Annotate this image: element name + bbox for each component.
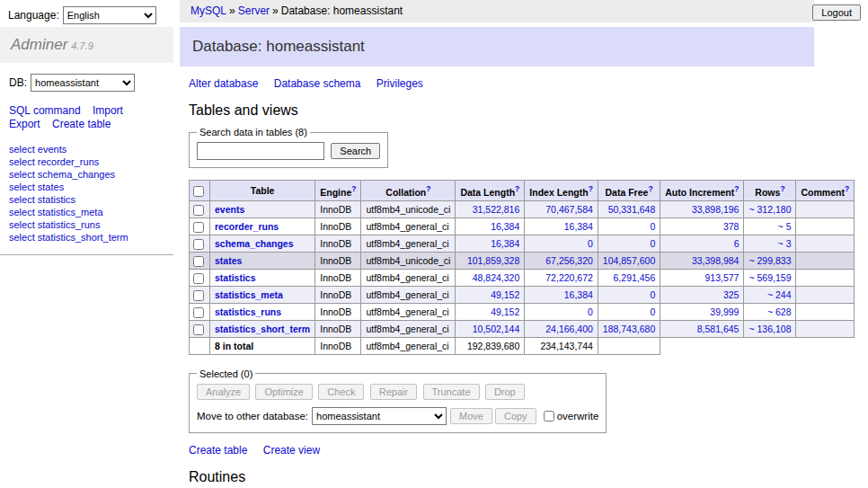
- help-link[interactable]: ?: [426, 184, 430, 193]
- search-button[interactable]: Search: [331, 143, 380, 159]
- database-schema-link[interactable]: Database schema: [274, 77, 361, 90]
- alter-database-link[interactable]: Alter database: [189, 77, 258, 90]
- data-length-link[interactable]: 16,384: [491, 238, 519, 249]
- table-name-link[interactable]: events: [215, 204, 244, 215]
- breadcrumb-server-link[interactable]: Server: [238, 4, 270, 17]
- help-link[interactable]: ?: [589, 184, 593, 193]
- row-checkbox[interactable]: [193, 205, 204, 216]
- index-length-link[interactable]: 24,166,400: [545, 324, 593, 334]
- data-length-link[interactable]: 101,859,328: [467, 255, 519, 266]
- index-length-link[interactable]: 16,384: [564, 221, 593, 232]
- help-link[interactable]: ?: [780, 184, 784, 193]
- index-length-link[interactable]: 67,256,320: [545, 255, 593, 266]
- help-link[interactable]: ?: [515, 184, 519, 193]
- table-name-link[interactable]: schema_changes: [215, 238, 294, 249]
- data-length-link[interactable]: 49,152: [491, 306, 519, 317]
- help-link[interactable]: ?: [845, 184, 849, 193]
- auto-increment-link[interactable]: 39,999: [710, 306, 739, 317]
- table-name-link[interactable]: statistics: [215, 272, 256, 283]
- truncate-button[interactable]: Truncate: [423, 384, 480, 400]
- optimize-button[interactable]: Optimize: [255, 384, 312, 400]
- row-checkbox[interactable]: [193, 307, 204, 318]
- row-checkbox[interactable]: [193, 222, 204, 233]
- rows-count-link[interactable]: ~ 628: [767, 306, 792, 317]
- sidebar-table-link-events[interactable]: select events: [9, 144, 66, 155]
- drop-button[interactable]: Drop: [485, 384, 525, 400]
- list-item: select schema_changes: [9, 169, 164, 181]
- index-length-link[interactable]: 72,220,672: [545, 272, 593, 283]
- breadcrumb-mysql-link[interactable]: MySQL: [190, 4, 226, 17]
- table-name-link[interactable]: states: [215, 255, 242, 266]
- data-length-link[interactable]: 48,824,320: [473, 272, 520, 283]
- data-length-link[interactable]: 16,384: [491, 221, 519, 232]
- sidebar-link-sql-command[interactable]: SQL command: [9, 104, 81, 117]
- rows-count-link[interactable]: ~ 3: [778, 238, 792, 249]
- rows-count-link[interactable]: ~ 136,108: [748, 324, 791, 334]
- table-name-link[interactable]: statistics_meta: [215, 289, 283, 300]
- sidebar-table-link-states[interactable]: select states: [9, 182, 64, 192]
- move-db-select[interactable]: homeassistant: [312, 407, 447, 425]
- copy-button[interactable]: Copy: [495, 408, 536, 424]
- sidebar-table-link-recorder-runs[interactable]: select recorder_runs: [9, 156, 99, 167]
- rows-count-link[interactable]: ~ 244: [767, 289, 792, 300]
- privileges-link[interactable]: Privileges: [376, 77, 423, 90]
- auto-increment-link[interactable]: 8,581,645: [697, 324, 740, 334]
- help-link[interactable]: ?: [351, 184, 356, 193]
- repair-button[interactable]: Repair: [370, 384, 417, 400]
- row-checkbox[interactable]: [193, 273, 204, 284]
- row-checkbox[interactable]: [193, 239, 204, 250]
- table-name-link[interactable]: recorder_runs: [215, 221, 279, 232]
- data-free-link[interactable]: 0: [650, 238, 655, 249]
- check-button[interactable]: Check: [318, 384, 364, 400]
- data-length-link[interactable]: 10,502,144: [473, 324, 520, 334]
- auto-increment-link[interactable]: 913,577: [705, 272, 740, 283]
- data-free-link[interactable]: 104,857,600: [603, 255, 655, 266]
- index-length-link[interactable]: 0: [588, 306, 593, 317]
- db-select[interactable]: homeassistant: [31, 74, 135, 92]
- overwrite-checkbox[interactable]: [544, 411, 554, 421]
- auto-increment-link[interactable]: 6: [734, 238, 740, 249]
- auto-increment-link[interactable]: 33,398,984: [692, 255, 740, 266]
- rows-count-link[interactable]: ~ 569,159: [748, 272, 791, 283]
- sidebar-link-create-table[interactable]: Create table: [52, 118, 111, 130]
- auto-increment-link[interactable]: 33,898,196: [692, 204, 740, 215]
- data-free-link[interactable]: 188,743,680: [603, 324, 655, 334]
- language-select[interactable]: English: [63, 6, 156, 24]
- row-checkbox[interactable]: [193, 290, 204, 301]
- sidebar-table-link-statistics-short-term[interactable]: select statistics_short_term: [9, 232, 128, 243]
- auto-increment-link[interactable]: 378: [723, 221, 740, 232]
- data-free-link[interactable]: 50,331,648: [608, 204, 656, 215]
- sidebar-table-link-schema-changes[interactable]: select schema_changes: [9, 169, 115, 180]
- rows-count-link[interactable]: ~ 299,833: [748, 255, 791, 266]
- sidebar-link-import[interactable]: Import: [93, 104, 123, 117]
- select-all-checkbox[interactable]: [193, 186, 204, 197]
- create-view-link[interactable]: Create view: [263, 444, 320, 457]
- data-free-link[interactable]: 0: [650, 306, 655, 317]
- data-free-link[interactable]: 6,291,456: [614, 272, 656, 283]
- table-name-link[interactable]: statistics_runs: [215, 306, 281, 317]
- move-button[interactable]: Move: [450, 408, 492, 424]
- table-name-link[interactable]: statistics_short_term: [215, 324, 310, 334]
- data-length-link[interactable]: 31,522,816: [473, 204, 520, 215]
- index-length-link[interactable]: 0: [588, 238, 593, 249]
- sidebar-table-link-statistics-meta[interactable]: select statistics_meta: [9, 207, 103, 217]
- search-input[interactable]: [197, 142, 324, 160]
- help-link[interactable]: ?: [734, 184, 739, 193]
- help-link[interactable]: ?: [648, 184, 652, 193]
- data-free-link[interactable]: 0: [650, 221, 655, 232]
- row-checkbox[interactable]: [193, 324, 204, 335]
- create-table-link[interactable]: Create table: [189, 444, 247, 457]
- rows-count-link[interactable]: ~ 312,180: [748, 204, 791, 215]
- analyze-button[interactable]: Analyze: [197, 384, 250, 400]
- auto-increment-link[interactable]: 325: [723, 289, 740, 300]
- sidebar-link-export[interactable]: Export: [9, 118, 40, 130]
- index-length-link[interactable]: 70,467,584: [545, 204, 593, 215]
- sidebar-table-link-statistics[interactable]: select statistics: [9, 194, 75, 205]
- logout-button[interactable]: Logout: [812, 4, 861, 21]
- data-free-link[interactable]: 0: [650, 289, 655, 300]
- rows-count-link[interactable]: ~ 5: [778, 221, 792, 232]
- row-checkbox[interactable]: [193, 256, 204, 267]
- index-length-link[interactable]: 16,384: [564, 289, 593, 300]
- sidebar-table-link-statistics-runs[interactable]: select statistics_runs: [9, 219, 100, 230]
- data-length-link[interactable]: 49,152: [491, 289, 519, 300]
